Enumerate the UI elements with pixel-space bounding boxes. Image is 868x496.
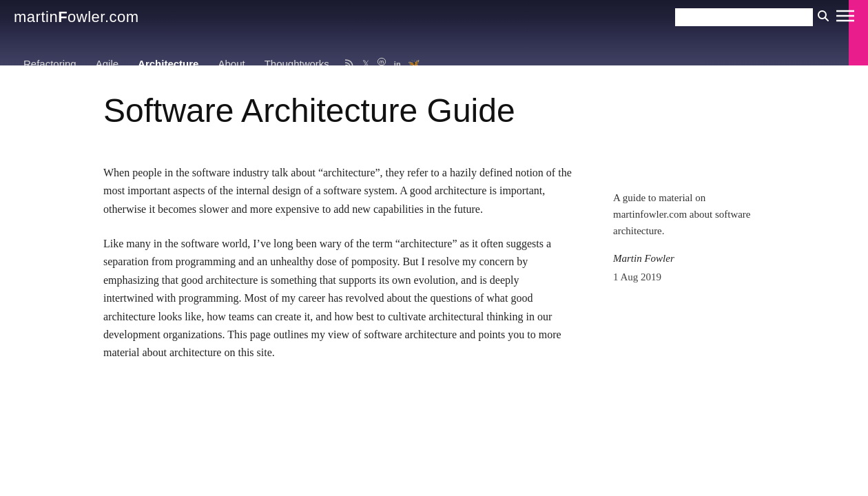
hamburger-icon [836,9,854,23]
header-right [675,8,854,26]
twitter-link[interactable]: 𝕏 [362,59,369,65]
search-button[interactable] [817,10,829,25]
site-header: martinFowler.com [0,0,868,65]
nav-thoughtworks[interactable]: Thoughtworks [255,52,339,65]
bluesky-link[interactable]: 🦋 [408,58,420,65]
sidebar-author: Martin Fowler [613,253,765,265]
sidebar-date: 1 Aug 2019 [613,271,765,283]
svg-line-1 [825,17,829,21]
logo-rest: owler.com [68,8,139,25]
mastodon-icon [376,57,387,66]
rss-link[interactable] [344,57,355,66]
sidebar-summary: A guide to material on martinfowler.com … [613,189,765,239]
mastodon-link[interactable] [376,57,387,66]
svg-rect-5 [345,65,348,66]
logo-bold: F [58,8,68,25]
header-content: martinFowler.com [0,0,868,26]
article-paragraph-2: Like many in the software world, I’ve lo… [103,235,572,362]
main-nav: Refactoring Agile Architecture About Tho… [0,26,868,65]
search-input[interactable] [675,8,813,26]
nav-agile[interactable]: Agile [86,52,128,65]
social-links: 𝕏 in 🦋 [344,57,420,66]
article-paragraph-1: When people in the software industry tal… [103,164,572,218]
search-icon [817,10,829,22]
nav-architecture[interactable]: Architecture [128,52,208,65]
search-form [675,8,829,26]
page-title: Software Architecture Guide [103,93,572,130]
article: Software Architecture Guide When people … [103,93,572,379]
main-content: Software Architecture Guide When people … [90,65,778,420]
hamburger-button[interactable] [836,9,854,25]
rss-icon [344,57,355,66]
linkedin-link[interactable]: in [394,60,401,66]
site-logo[interactable]: martinFowler.com [14,8,139,26]
logo-text: martin [14,8,58,25]
sidebar: A guide to material on martinfowler.com … [613,93,765,379]
nav-refactoring[interactable]: Refactoring [14,52,86,65]
nav-about[interactable]: About [208,52,254,65]
